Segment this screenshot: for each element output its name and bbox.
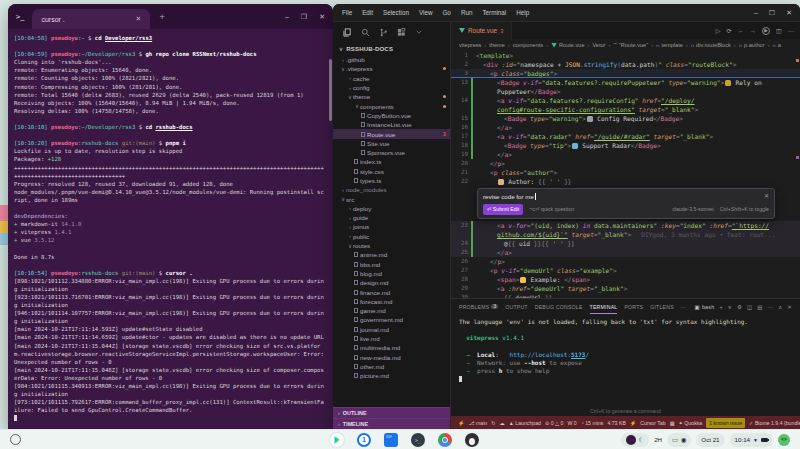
tree-item-multimedia-md[interactable]: multimedia.md <box>333 343 450 352</box>
menu-view[interactable]: View <box>414 9 438 16</box>
breadcrumb-item[interactable]: Route.vue <box>551 42 585 48</box>
menu-help[interactable]: Help <box>511 9 534 16</box>
status-time-tracker[interactable]: ◔ 15 mins <box>581 420 604 426</box>
terminal-titlebar[interactable]: >_ cursor . ✕ + – ❐ ✕ <box>8 4 333 29</box>
chevron-down-icon[interactable] <box>415 28 423 36</box>
play-store-icon[interactable] <box>330 433 344 447</box>
terminal-minimize-button[interactable]: – <box>285 13 289 21</box>
status-quokka[interactable]: ✦ Quokka <box>679 420 703 426</box>
panel-tab-⋯[interactable]: ⋯ <box>681 299 686 314</box>
tree-item-index-ts[interactable]: index.ts <box>333 157 450 166</box>
sidebar-section-outline[interactable]: ›OUTLINE <box>333 407 450 418</box>
status-remote-indicator[interactable]: ⚡ <box>458 420 465 426</box>
panel-tab-debug-console[interactable]: DEBUG CONSOLE <box>535 299 583 314</box>
notification-pill[interactable]: ☾ <box>621 433 650 447</box>
status-w-counter[interactable]: W 0 <box>567 420 576 426</box>
tab-route-vue[interactable]: Route.vue 3 <box>451 22 512 39</box>
date-pill[interactable]: Oct 21 <box>696 433 724 447</box>
linux-penguin-icon[interactable] <box>465 433 479 447</box>
tree-item-public[interactable]: ›public <box>333 232 450 241</box>
tree-item--github[interactable]: ›.github <box>333 55 450 64</box>
files-app-icon[interactable] <box>384 433 398 447</box>
status-file-size[interactable]: 4.73 KB <box>607 420 625 426</box>
ai-input[interactable]: revise code for me <box>483 192 534 201</box>
close-icon[interactable]: ✕ <box>764 192 769 201</box>
sidebar-section-timeline[interactable]: ›TIMELINE <box>333 418 450 429</box>
integrated-terminal[interactable]: The language 'env' is not loaded, fallin… <box>451 314 800 408</box>
breadcrumb-item[interactable]: ‹›div.routeBlock <box>691 42 731 48</box>
terminal-tab[interactable]: cursor . ✕ <box>32 9 150 29</box>
explorer-root-header[interactable]: ∨ RSSHUB-DOCS <box>333 42 450 55</box>
capture-pill[interactable]: ▭ ◉ <box>667 433 691 447</box>
code-editor[interactable]: 1<template>2<div :id="namespace + JSON.s… <box>451 51 800 298</box>
source-control-icon[interactable] <box>379 28 388 37</box>
run-circle-icon[interactable]: ▶ <box>762 27 770 35</box>
tree-item-components[interactable]: ∨components <box>333 101 450 110</box>
status-cursor-tab[interactable]: Cursor Tab <box>640 420 665 426</box>
tree-item-design-md[interactable]: design.md <box>333 278 450 287</box>
vscode-close-button[interactable]: ✕ <box>786 9 792 17</box>
tree-item-routes[interactable]: ∨routes <box>333 241 450 250</box>
panel-tab-gitlens[interactable]: GITLENS <box>650 299 674 314</box>
tree-item-sponsors-vue[interactable]: Sponsors.vue <box>333 148 450 157</box>
panel-tab-ports[interactable]: PORTS <box>624 299 643 314</box>
tree-item-bbs-md[interactable]: bbs.md <box>333 260 450 269</box>
editor-scrollbar[interactable] <box>794 51 800 298</box>
breadcrumb-item[interactable]: Vetur <box>592 42 605 48</box>
tree-item-joinus[interactable]: ›joinus <box>333 222 450 231</box>
split-terminal-icon[interactable]: ◫ <box>747 304 752 310</box>
breadcrumb-item[interactable]: ‹›p.author <box>739 42 765 48</box>
tree-item-types-ts[interactable]: types.ts <box>333 176 450 185</box>
breadcrumb-item[interactable]: ‹›template <box>656 42 683 48</box>
terminal-settings-icon[interactable]: ⚙ <box>737 304 742 310</box>
vscode-minimize-button[interactable]: – <box>754 9 758 17</box>
submit-edit-button[interactable]: ⏎ Submit Edit <box>483 204 523 215</box>
tree-item-anime-md[interactable]: anime.md <box>333 250 450 259</box>
breadcrumb-item[interactable]: ‹›a <box>772 42 780 48</box>
sync-icon[interactable]: ⟳ <box>726 27 731 34</box>
tree-item-config[interactable]: ›config <box>333 83 450 92</box>
kill-terminal-icon[interactable]: ▤ <box>757 304 762 310</box>
menu-edit[interactable]: Edit <box>357 9 378 16</box>
status-grid-icon[interactable]: ▦ <box>670 420 675 426</box>
tree-item-site-vue[interactable]: Site.vue <box>333 139 450 148</box>
status-power-icon[interactable]: ⚡ <box>630 420 637 426</box>
tree-item-copybutton-vue[interactable]: CopyButton.vue <box>333 111 450 120</box>
tree-item-src[interactable]: ∨src <box>333 194 450 203</box>
tree-item-picture-md[interactable]: picture.md <box>333 371 450 380</box>
status-git-branch[interactable]: ⎇ main <box>469 420 488 426</box>
more-actions-icon[interactable]: ⋯ <box>788 27 794 34</box>
status-problems-counter[interactable]: ⊘ 0 △ 0 <box>545 420 563 426</box>
tree-item-government-md[interactable]: government.md <box>333 315 450 324</box>
vscode-menu-bar[interactable]: FileEditSelectionViewGoRunTerminalHelp –… <box>333 4 800 22</box>
tree-item-deploy[interactable]: ›deploy <box>333 204 450 213</box>
menu-file[interactable]: File <box>337 9 357 16</box>
status-biome[interactable]: ✓ Biome 1.9.4 (bundled) <box>749 420 800 426</box>
quick-question-hint[interactable]: ⌥⏎ quick question <box>529 205 574 214</box>
model-selector[interactable]: claude-3.5-sonnet <box>672 205 714 214</box>
tree-item-cache[interactable]: ›cache <box>333 74 450 83</box>
terminal-dropdown-icon[interactable]: ∨ <box>728 304 732 310</box>
tree-item-blog-md[interactable]: blog.md <box>333 269 450 278</box>
nav-back-icon[interactable]: ← <box>738 27 744 34</box>
tree-item-route-vue[interactable]: Route.vue3 <box>333 129 450 138</box>
tree-item-journal-md[interactable]: journal.md <box>333 325 450 334</box>
menu-run[interactable]: Run <box>456 9 478 16</box>
close-panel-icon[interactable]: ✕ <box>787 304 792 310</box>
terminal-close-button[interactable]: ✕ <box>319 13 325 21</box>
panel-tab-output[interactable]: OUTPUT <box>505 299 528 314</box>
terminal-scrollbar[interactable] <box>329 59 332 121</box>
extensions-icon[interactable] <box>397 28 406 37</box>
tree-item-theme[interactable]: ∨theme <box>333 92 450 101</box>
terminal-app-shelf-icon[interactable]: >_ <box>411 433 425 447</box>
tree-item-style-css[interactable]: style.css <box>333 167 450 176</box>
terminal-maximize-button[interactable]: ❐ <box>301 13 307 21</box>
menu-go[interactable]: Go <box>437 9 455 16</box>
breadcrumb-item[interactable]: theme <box>489 42 505 48</box>
shell-selector[interactable]: ▣bash <box>695 304 715 310</box>
status-cloud-icon[interactable]: ☁ <box>500 420 505 426</box>
status-sync-icon[interactable]: ↻ <box>491 420 495 426</box>
tree-item--vitepress[interactable]: ∨.vitepress <box>333 64 450 73</box>
search-icon[interactable] <box>361 28 370 37</box>
tree-item-new-media-md[interactable]: new-media.md <box>333 353 450 362</box>
